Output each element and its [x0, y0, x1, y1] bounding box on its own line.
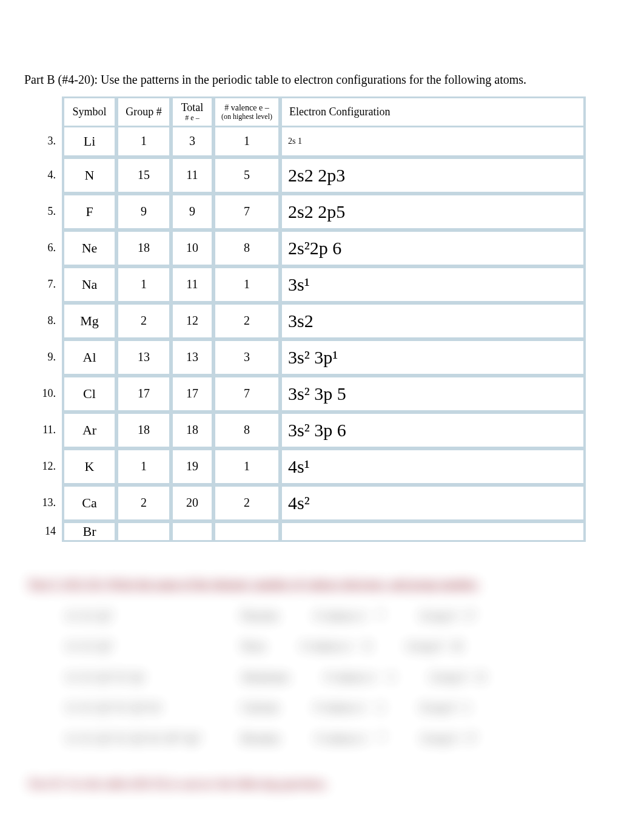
- lower-blurred-section: Part C (#21-25): Write the name of the e…: [24, 578, 620, 791]
- config-cell: 3s2: [280, 303, 586, 339]
- total-e-cell: 3: [171, 126, 213, 157]
- group-cell: 1: [116, 266, 171, 303]
- part-c-row: 1s² 2s² 2p⁶ 3s² 3p¹Aluminum# valence e⁻ …: [65, 662, 615, 692]
- total-e-cell: 18: [171, 412, 213, 448]
- total-e-cell: [171, 521, 213, 542]
- header-valence-sub: (on highest level): [221, 113, 272, 121]
- header-total: Total# e –: [171, 96, 213, 126]
- part-c-config: 1s² 2s² 2p⁶ 3s² 3p⁶ 4s² 3d¹⁰ 4p⁵: [65, 723, 205, 754]
- valence-e-cell: 2: [213, 303, 280, 339]
- electron-config-table: Symbol Group # Total# e – # valence e –(…: [28, 96, 586, 542]
- config-cell: 2s2 2p3: [280, 157, 586, 194]
- header-config: Electron Configuration: [280, 96, 586, 126]
- symbol-cell: Br: [62, 521, 116, 542]
- part-c-row: 1s² 2s² 2p⁶ 3s² 3p⁶ 4s²Calcium# valence …: [65, 692, 615, 723]
- total-e-cell: 13: [171, 339, 213, 376]
- row-number: 13.: [28, 485, 62, 521]
- row-number: 5.: [28, 194, 62, 230]
- part-c-name: Aluminum: [241, 662, 289, 692]
- symbol-cell: Ca: [62, 485, 116, 521]
- part-c-name: Neon: [241, 631, 265, 661]
- valence-e-cell: 3: [213, 339, 280, 376]
- symbol-cell: N: [62, 157, 116, 194]
- config-cell: 3s¹: [280, 266, 586, 303]
- group-cell: 1: [116, 126, 171, 157]
- part-c-valence: # valence e⁻ 3: [325, 662, 394, 692]
- row-number: 14: [28, 521, 62, 542]
- group-cell: 2: [116, 303, 171, 339]
- part-c-body: 1s² 2s² 2p⁵Fluorine# valence e⁻ 7Group #…: [65, 601, 615, 754]
- total-e-cell: 19: [171, 448, 213, 485]
- part-c-group: Group # 17: [421, 723, 476, 754]
- row-number: 12.: [28, 448, 62, 485]
- valence-e-cell: 1: [213, 266, 280, 303]
- part-c-valence: # valence e⁻ 8: [301, 631, 370, 661]
- valence-e-cell: 5: [213, 157, 280, 194]
- valence-e-cell: 8: [213, 412, 280, 448]
- valence-e-cell: 7: [213, 376, 280, 412]
- row-number: 11.: [28, 412, 62, 448]
- valence-e-cell: 7: [213, 194, 280, 230]
- symbol-cell: Li: [62, 126, 116, 157]
- part-c-valence: # valence e⁻ 7: [315, 601, 383, 631]
- header-symbol: Symbol: [62, 96, 116, 126]
- part-c-config: 1s² 2s² 2p⁶: [65, 631, 205, 661]
- part-c-group: Group # 2: [420, 692, 469, 723]
- config-cell: 4s¹: [280, 448, 586, 485]
- part-c-row: 1s² 2s² 2p⁶ 3s² 3p⁶ 4s² 3d¹⁰ 4p⁵Bromine#…: [65, 723, 615, 754]
- row-number: 6.: [28, 230, 62, 266]
- part-c-name: Calcium: [241, 692, 278, 723]
- part-c-name: Bromine: [241, 723, 280, 754]
- config-cell: 4s²: [280, 485, 586, 521]
- part-c-valence: # valence e⁻ 2: [315, 692, 383, 723]
- symbol-cell: Al: [62, 339, 116, 376]
- total-e-cell: 20: [171, 485, 213, 521]
- row-number: 10.: [28, 376, 62, 412]
- row-number: 8.: [28, 303, 62, 339]
- part-c-name: Fluorine: [241, 601, 278, 631]
- valence-e-cell: [213, 521, 280, 542]
- header-valence: # valence e –(on highest level): [213, 96, 280, 126]
- valence-e-cell: 1: [213, 126, 280, 157]
- part-c-config: 1s² 2s² 2p⁵: [65, 601, 205, 631]
- group-cell: 15: [116, 157, 171, 194]
- part-c-group: Group # 17: [420, 601, 475, 631]
- part-c-valence: # valence e⁻ 7: [316, 723, 384, 754]
- valence-e-cell: 1: [213, 448, 280, 485]
- row-number: 4.: [28, 157, 62, 194]
- part-c-heading: Part C (#21-25): Write the name of the e…: [29, 578, 615, 591]
- total-e-cell: 11: [171, 157, 213, 194]
- config-cell: [280, 521, 586, 542]
- config-cell: 3s² 3p 5: [280, 376, 586, 412]
- header-total-text: Total: [181, 101, 204, 113]
- symbol-cell: K: [62, 448, 116, 485]
- row-number: 9.: [28, 339, 62, 376]
- total-e-cell: 9: [171, 194, 213, 230]
- header-config-text: Electron Configuration: [289, 106, 390, 118]
- symbol-cell: Na: [62, 266, 116, 303]
- total-e-cell: 12: [171, 303, 213, 339]
- part-d-heading: Part D: Use the table (#26-35) to answer…: [29, 778, 615, 791]
- config-cell: 2s2 2p5: [280, 194, 586, 230]
- header-group-text: Group #: [126, 106, 162, 118]
- config-cell: 2s 1: [280, 126, 586, 157]
- part-b-instruction: Part B (#4-20): Use the patterns in the …: [24, 73, 620, 87]
- total-e-cell: 11: [171, 266, 213, 303]
- group-cell: 9: [116, 194, 171, 230]
- part-c-group: Group # 18: [406, 631, 461, 661]
- config-cell: 2s²2p 6: [280, 230, 586, 266]
- header-symbol-text: Symbol: [72, 106, 106, 118]
- group-cell: 1: [116, 448, 171, 485]
- valence-e-cell: 8: [213, 230, 280, 266]
- part-c-config: 1s² 2s² 2p⁶ 3s² 3p⁶ 4s²: [65, 692, 205, 723]
- header-total-sub: # e –: [181, 114, 204, 122]
- config-cell: 3s² 3p¹: [280, 339, 586, 376]
- symbol-cell: Mg: [62, 303, 116, 339]
- total-e-cell: 17: [171, 376, 213, 412]
- group-cell: [116, 521, 171, 542]
- part-c-group: Group # 13: [430, 662, 485, 692]
- group-cell: 2: [116, 485, 171, 521]
- row-number: 3.: [28, 126, 62, 157]
- valence-e-cell: 2: [213, 485, 280, 521]
- header-blank: [28, 96, 62, 126]
